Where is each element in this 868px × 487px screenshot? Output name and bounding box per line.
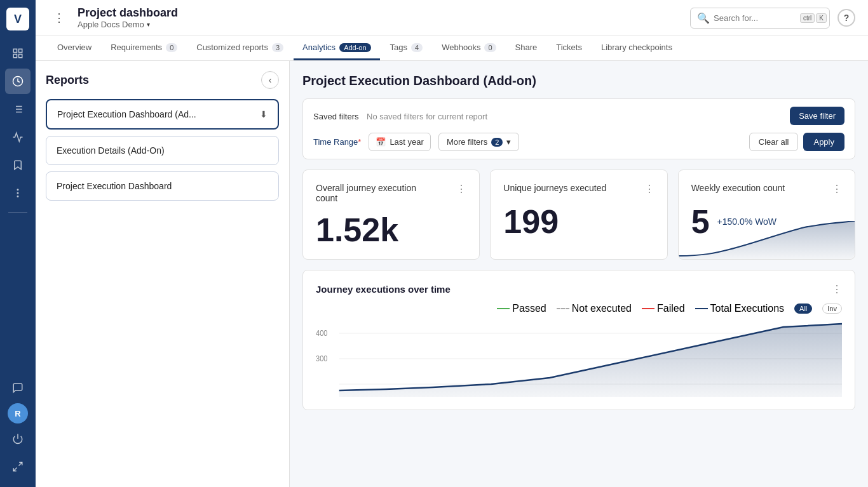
dashboard-main: Project Execution Dashboard (Add-on) Sav… xyxy=(290,61,868,487)
content-area: Reports ‹ Project Execution Dashboard (A… xyxy=(36,61,868,487)
chevron-down-icon: ▾ xyxy=(147,21,150,28)
legend-failed: Failed xyxy=(642,303,685,314)
chart-header: Journey executions over time ⋮ xyxy=(316,283,842,295)
legend-passed: Passed xyxy=(497,303,546,314)
sidebar-icon-more[interactable] xyxy=(5,180,31,206)
header-actions: 🔍 ctrl K ? xyxy=(690,8,855,29)
filters-section: Saved filters No saved filters for curre… xyxy=(302,98,855,159)
legend-not-executed: Not executed xyxy=(557,303,632,314)
toggle-all-button[interactable]: All xyxy=(794,304,812,314)
tab-tickets[interactable]: Tickets xyxy=(547,36,591,60)
chart-card: Journey executions over time ⋮ Passed No… xyxy=(302,270,855,410)
svg-line-16 xyxy=(13,468,17,471)
save-filter-button[interactable]: Save filter xyxy=(790,107,844,125)
user-avatar[interactable]: R xyxy=(8,403,28,424)
report-card-exec-details-addon[interactable]: Execution Details (Add-On) xyxy=(46,136,279,165)
metric-kebab-button[interactable]: ⋮ xyxy=(644,183,654,195)
sidebar-icon-bookmark[interactable] xyxy=(5,152,31,178)
tab-tags[interactable]: Tags 4 xyxy=(381,36,432,60)
sidebar-icon-journey[interactable] xyxy=(5,124,31,150)
time-range-row: Time Range* 📅 Last year More filters 2 ▾… xyxy=(313,133,844,151)
saved-filters-info: Saved filters No saved filters for curre… xyxy=(313,110,487,122)
toggle-inv-button[interactable]: Inv xyxy=(822,304,842,314)
chart-title: Journey executions over time xyxy=(316,284,451,295)
chevron-down-icon: ▾ xyxy=(506,137,511,147)
svg-rect-2 xyxy=(19,55,22,58)
icon-sidebar: V R xyxy=(0,0,36,487)
sidebar-icon-list[interactable] xyxy=(5,97,31,122)
header-title-group: Project dashboard Apple Docs Demo ▾ xyxy=(78,6,682,29)
metric-card-overall-journey: Overall journey execution count ⋮ 1.52k xyxy=(302,170,480,260)
search-input[interactable] xyxy=(714,13,796,23)
project-subtitle[interactable]: Apple Docs Demo ▾ xyxy=(78,20,682,29)
download-icon[interactable]: ⬇ xyxy=(260,109,268,119)
tab-share[interactable]: Share xyxy=(506,36,546,60)
metric-cards-row: Overall journey execution count ⋮ 1.52k … xyxy=(302,170,855,260)
metric-card-header: Unique journeys executed ⋮ xyxy=(503,183,654,195)
help-button[interactable]: ? xyxy=(837,9,855,27)
clear-all-button[interactable]: Clear all xyxy=(749,133,799,151)
reports-sidebar: Reports ‹ Project Execution Dashboard (A… xyxy=(36,61,290,487)
reports-header: Reports ‹ xyxy=(46,71,279,89)
svg-line-15 xyxy=(19,462,22,465)
collapse-sidebar-button[interactable]: ‹ xyxy=(261,71,279,89)
metric-value-unique: 199 xyxy=(503,205,654,238)
metric-card-header: Overall journey execution count ⋮ xyxy=(316,183,466,203)
svg-point-12 xyxy=(17,192,18,194)
report-card-exec-dashboard-addon[interactable]: Project Execution Dashboard (Ad... ⬇ xyxy=(46,99,279,130)
tab-analytics[interactable]: Analytics Add-on xyxy=(294,36,380,60)
page-title: Project dashboard xyxy=(78,6,682,20)
svg-point-13 xyxy=(17,196,18,197)
metric-value-overall: 1.52k xyxy=(316,213,466,246)
main-area: ⋮ Project dashboard Apple Docs Demo ▾ 🔍 … xyxy=(36,0,868,487)
apply-button[interactable]: Apply xyxy=(803,133,844,151)
search-shortcut: ctrl K xyxy=(800,13,827,23)
tabs-row: Overview Requirements 0 Customized repor… xyxy=(36,36,868,61)
more-filters-button[interactable]: More filters 2 ▾ xyxy=(438,133,519,151)
time-range-select[interactable]: 📅 Last year xyxy=(369,133,430,151)
tab-overview[interactable]: Overview xyxy=(48,36,100,60)
filter-actions: Clear all Apply xyxy=(749,133,844,151)
svg-rect-0 xyxy=(13,49,17,52)
app-logo[interactable]: V xyxy=(6,8,29,30)
metric-kebab-button[interactable]: ⋮ xyxy=(456,183,466,195)
tab-webhooks[interactable]: Webhooks 0 xyxy=(433,36,505,60)
svg-text:400: 400 xyxy=(316,330,327,337)
metric-card-weekly-execution: Weekly execution count ⋮ 5 +150.0% WoW xyxy=(678,170,855,260)
tab-library-checkpoints[interactable]: Library checkpoints xyxy=(592,36,681,60)
dashboard-title: Project Execution Dashboard (Add-on) xyxy=(302,74,855,88)
journey-executions-chart: 400 300 xyxy=(316,321,842,397)
top-header: ⋮ Project dashboard Apple Docs Demo ▾ 🔍 … xyxy=(36,0,868,36)
sidebar-icon-dashboard[interactable] xyxy=(5,41,31,66)
svg-point-11 xyxy=(17,189,18,190)
sparkline-chart xyxy=(679,221,855,259)
svg-rect-3 xyxy=(13,55,17,58)
search-bar[interactable]: 🔍 ctrl K xyxy=(690,8,830,29)
reports-title: Reports xyxy=(46,74,89,87)
sidebar-icon-reports[interactable] xyxy=(5,69,31,94)
calendar-icon: 📅 xyxy=(376,137,386,147)
tab-requirements[interactable]: Requirements 0 xyxy=(102,36,186,60)
svg-text:300: 300 xyxy=(316,355,327,363)
legend-line-total xyxy=(695,308,708,309)
legend-line-passed xyxy=(497,308,510,309)
legend-line-failed xyxy=(642,308,654,309)
sidebar-divider-1 xyxy=(8,212,27,213)
report-card-exec-dashboard[interactable]: Project Execution Dashboard xyxy=(46,171,279,201)
svg-rect-1 xyxy=(19,49,22,52)
header-kebab-button[interactable]: ⋮ xyxy=(48,8,70,27)
chart-kebab-button[interactable]: ⋮ xyxy=(832,283,842,295)
legend-line-not-executed xyxy=(557,308,569,309)
saved-filters-row: Saved filters No saved filters for curre… xyxy=(313,107,844,125)
sidebar-icon-chat[interactable] xyxy=(5,375,31,401)
sidebar-icon-expand[interactable] xyxy=(5,454,31,479)
sidebar-icon-power[interactable] xyxy=(5,426,31,451)
tab-customized-reports[interactable]: Customized reports 3 xyxy=(187,36,292,60)
search-icon: 🔍 xyxy=(697,12,710,24)
metric-card-header: Weekly execution count ⋮ xyxy=(691,183,842,195)
metric-card-unique-journeys: Unique journeys executed ⋮ 199 xyxy=(490,170,667,260)
legend-total: Total Executions xyxy=(695,303,785,314)
time-range-label: Time Range* xyxy=(313,137,361,147)
metric-kebab-button[interactable]: ⋮ xyxy=(832,183,842,195)
